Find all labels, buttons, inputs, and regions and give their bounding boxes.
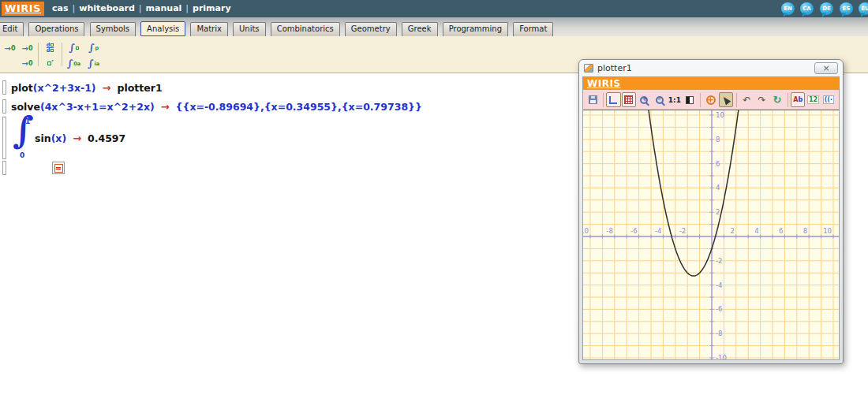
row-bracket [2, 99, 6, 114]
svg-text:-8: -8 [716, 329, 722, 337]
integral-lower-bound: 0 [20, 151, 24, 159]
limit-icon[interactable]: →0 [2, 42, 17, 55]
nav-item-manual[interactable]: manual [146, 3, 182, 13]
zoom-out-button[interactable]: - [652, 92, 666, 107]
crosshair-icon: + [706, 95, 716, 105]
toolbar-separator [62, 43, 62, 66]
waves-icon: ((· [823, 95, 834, 104]
tab-programming[interactable]: Programming [443, 22, 508, 36]
zoom-in-button[interactable]: + [637, 92, 651, 107]
plotter-window: plotter1 × WIRIS + - 1:1 + ↶ ↷ ↻ Ab 12 (… [578, 59, 844, 364]
plotter-brand-banner: WIRIS [583, 77, 839, 90]
limit-right-icon[interactable]: →0 [20, 42, 35, 55]
function-name: plot [11, 82, 33, 94]
tab-analysis[interactable]: Analysis [140, 21, 185, 36]
wiris-logo: WIRIS [2, 2, 44, 16]
tab-combinatorics[interactable]: Combinatorics [271, 22, 340, 36]
toggle-grid-button[interactable] [622, 92, 636, 107]
definite-integral-icon[interactable]: ∫0a [66, 57, 81, 70]
tab-edit[interactable]: Edit [0, 22, 24, 36]
row-bracket [2, 117, 6, 159]
zoom-in-icon: + [640, 96, 648, 104]
series-integral-icon[interactable]: ∫ia [86, 57, 101, 70]
nav-item-primary[interactable]: primary [193, 3, 231, 13]
language-button-eu[interactable]: EU [859, 2, 868, 15]
tab-units[interactable]: Units [233, 22, 266, 36]
one-to-one-icon: 1:1 [668, 96, 681, 104]
save-button[interactable] [586, 92, 600, 107]
contrast-button[interactable] [683, 92, 697, 107]
precision-button[interactable]: ((· [821, 92, 836, 107]
expression-plot[interactable]: plot(x^2+3x-1)→plotter1 [2, 80, 163, 95]
tab-symbols[interactable]: Symbols [90, 22, 136, 36]
actual-size-button[interactable]: 1:1 [668, 92, 682, 107]
svg-text:-6: -6 [630, 227, 637, 235]
function-argument: (4x^3-x+1=x^2+2x) [40, 101, 155, 113]
plot-canvas[interactable]: -10-8-6-4-2246810108642-2-4-6-8-10 [583, 110, 839, 359]
undo-view-button[interactable]: ↶ [739, 92, 754, 107]
labels-icon: Ab [793, 96, 803, 103]
tab-geometry[interactable]: Geometry [345, 22, 397, 36]
pointer-icon [721, 95, 731, 105]
nav-separator: | [73, 3, 76, 13]
show-labels-button[interactable]: Ab [791, 92, 805, 107]
function-argument: (x) [51, 132, 67, 144]
integral-construct: ∫ 1 0 [11, 117, 32, 159]
svg-text:-4: -4 [716, 281, 722, 289]
undo-icon: ↶ [743, 95, 750, 105]
svg-text:2: 2 [730, 227, 734, 235]
result-arrow-icon: → [103, 82, 111, 94]
language-button-en[interactable]: EN [781, 2, 795, 15]
axes-icon [609, 96, 617, 104]
expression-integral[interactable]: ∫ 1 0 sin(x)→0.4597 [2, 117, 125, 159]
language-button-ca[interactable]: CA [800, 2, 814, 15]
expression-solve[interactable]: solve(4x^3-x+1=x^2+2x)→{{x=-0.89694},{x=… [2, 99, 422, 114]
derivative-icon[interactable]: d d [43, 41, 58, 54]
svg-text:-6: -6 [716, 305, 722, 313]
pan-button[interactable]: + [703, 92, 717, 107]
svg-text:4: 4 [716, 184, 720, 192]
refresh-icon: ↻ [773, 95, 781, 105]
result-value: {{x=-0.89694},{x=0.34955},{x=0.79738}} [176, 101, 422, 113]
top-navigation: cas|whiteboard|manual|primary [52, 0, 231, 17]
toggle-axes-button[interactable] [606, 92, 620, 107]
primitive-integral-icon[interactable]: ∫p [86, 41, 101, 54]
svg-text:10: 10 [716, 111, 724, 119]
equals-button[interactable]: = [52, 162, 65, 174]
limit-left-icon[interactable]: →0 [20, 57, 35, 70]
nav-item-cas[interactable]: cas [52, 3, 69, 13]
svg-text:8: 8 [803, 227, 807, 235]
svg-text:2: 2 [716, 208, 720, 216]
language-button-es[interactable]: ES [840, 2, 853, 15]
redo-view-button[interactable]: ↷ [754, 92, 769, 107]
row-bracket [2, 161, 6, 175]
nav-item-whiteboard[interactable]: whiteboard [79, 3, 135, 13]
toolbar-separator [603, 93, 604, 107]
tab-greek[interactable]: Greek [402, 22, 438, 36]
integral-icon[interactable]: ∫ [66, 41, 81, 54]
equals-icon: = [54, 164, 63, 173]
svg-text:8: 8 [716, 136, 720, 143]
tab-matrix[interactable]: Matrix [190, 22, 227, 36]
contrast-icon [686, 96, 694, 104]
close-button[interactable]: × [814, 62, 838, 74]
show-numbers-button[interactable]: 12 [806, 92, 820, 107]
svg-text:-2: -2 [679, 227, 686, 235]
svg-text:-2: -2 [716, 257, 722, 265]
plotter-titlebar[interactable]: plotter1 × [582, 60, 840, 76]
svg-text:-4: -4 [655, 227, 661, 235]
prime-derivative-icon[interactable]: ′ [43, 57, 58, 70]
tab-format[interactable]: Format [513, 22, 553, 36]
app-header: WIRIS cas|whiteboard|manual|primary EN C… [0, 0, 868, 17]
nav-separator: | [185, 3, 189, 13]
select-tool-button[interactable] [719, 92, 733, 107]
refresh-button[interactable]: ↻ [770, 92, 784, 107]
plotter-window-icon [584, 64, 593, 73]
expression-empty[interactable]: = [2, 161, 65, 175]
tab-operations[interactable]: Operations [28, 22, 84, 36]
language-button-de[interactable]: DE [820, 2, 833, 15]
floppy-icon [589, 95, 597, 104]
svg-text:10: 10 [823, 227, 832, 235]
function-argument: (x^2+3x-1) [33, 82, 96, 94]
svg-text:6: 6 [779, 227, 783, 235]
